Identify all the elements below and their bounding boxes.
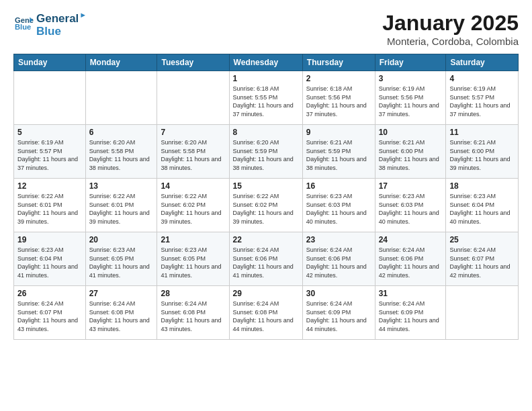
sunset-label: Sunset: 5:56 PM	[379, 94, 424, 101]
sunset-label: Sunset: 5:56 PM	[306, 94, 351, 101]
day-number: 4	[449, 74, 515, 83]
sunrise-label: Sunrise: 6:24 AM	[379, 246, 425, 253]
calendar-week-2: 12 Sunrise: 6:22 AM Sunset: 6:01 PM Dayl…	[14, 179, 519, 232]
sunrise-label: Sunrise: 6:24 AM	[17, 300, 64, 307]
calendar-cell: 5 Sunrise: 6:19 AM Sunset: 5:57 PM Dayli…	[14, 125, 86, 179]
calendar-cell: 25 Sunrise: 6:24 AM Sunset: 6:07 PM Dayl…	[446, 232, 519, 286]
daylight-label: Daylight: 11 hours and 40 minutes.	[306, 210, 367, 225]
calendar-cell: 6 Sunrise: 6:20 AM Sunset: 5:58 PM Dayli…	[85, 125, 157, 179]
calendar-cell	[157, 71, 229, 125]
sunrise-label: Sunrise: 6:20 AM	[233, 139, 279, 146]
day-info: Sunrise: 6:23 AM Sunset: 6:05 PM Dayligh…	[89, 246, 154, 279]
sunrise-label: Sunrise: 6:22 AM	[161, 193, 207, 199]
sunset-label: Sunset: 5:55 PM	[233, 94, 278, 101]
daylight-label: Daylight: 11 hours and 37 minutes.	[306, 102, 367, 118]
sunset-label: Sunset: 6:07 PM	[17, 309, 62, 316]
day-info: Sunrise: 6:24 AM Sunset: 6:08 PM Dayligh…	[89, 300, 154, 333]
logo: General Blue General► Blue	[13, 11, 87, 38]
sunset-label: Sunset: 6:08 PM	[233, 309, 278, 316]
day-number: 8	[233, 128, 299, 137]
sunset-label: Sunset: 6:06 PM	[233, 255, 278, 262]
day-info: Sunrise: 6:21 AM Sunset: 5:59 PM Dayligh…	[306, 138, 371, 172]
day-info: Sunrise: 6:23 AM Sunset: 6:04 PM Dayligh…	[17, 246, 82, 279]
calendar-week-3: 19 Sunrise: 6:23 AM Sunset: 6:04 PM Dayl…	[14, 232, 519, 286]
sunset-label: Sunset: 6:08 PM	[89, 309, 134, 316]
day-number: 1	[233, 74, 299, 83]
day-number: 15	[233, 181, 299, 191]
day-info: Sunrise: 6:19 AM Sunset: 5:57 PM Dayligh…	[17, 138, 82, 172]
daylight-label: Daylight: 11 hours and 39 minutes.	[89, 210, 150, 225]
sunset-label: Sunset: 6:05 PM	[161, 255, 206, 262]
sunset-label: Sunset: 5:58 PM	[161, 148, 206, 154]
sunrise-label: Sunrise: 6:18 AM	[233, 85, 279, 92]
calendar-cell	[85, 71, 157, 125]
day-info: Sunrise: 6:24 AM Sunset: 6:07 PM Dayligh…	[449, 246, 515, 279]
calendar-cell: 18 Sunrise: 6:23 AM Sunset: 6:04 PM Dayl…	[446, 179, 519, 232]
daylight-label: Daylight: 11 hours and 40 minutes.	[379, 210, 439, 225]
sunset-label: Sunset: 6:07 PM	[449, 255, 494, 262]
sunset-label: Sunset: 6:06 PM	[379, 255, 424, 262]
daylight-label: Daylight: 11 hours and 41 minutes.	[89, 263, 150, 279]
daylight-label: Daylight: 11 hours and 37 minutes.	[379, 102, 439, 118]
calendar-cell: 7 Sunrise: 6:20 AM Sunset: 5:58 PM Dayli…	[157, 125, 229, 179]
day-info: Sunrise: 6:20 AM Sunset: 5:59 PM Dayligh…	[233, 138, 299, 172]
day-number: 20	[89, 235, 154, 244]
calendar-table: SundayMondayTuesdayWednesdayThursdayFrid…	[13, 54, 519, 340]
sunrise-label: Sunrise: 6:21 AM	[449, 139, 496, 146]
day-info: Sunrise: 6:23 AM Sunset: 6:05 PM Dayligh…	[161, 246, 225, 279]
day-number: 16	[306, 181, 371, 191]
sunrise-label: Sunrise: 6:24 AM	[233, 246, 279, 253]
sunrise-label: Sunrise: 6:24 AM	[449, 246, 496, 253]
weekday-header-saturday: Saturday	[446, 54, 519, 71]
calendar-cell: 24 Sunrise: 6:24 AM Sunset: 6:06 PM Dayl…	[375, 232, 446, 286]
sunrise-label: Sunrise: 6:20 AM	[161, 139, 207, 146]
sunrise-label: Sunrise: 6:19 AM	[17, 139, 64, 146]
daylight-label: Daylight: 11 hours and 43 minutes.	[17, 317, 78, 332]
day-number: 6	[89, 128, 154, 137]
location-title: Monteria, Cordoba, Colombia	[382, 36, 519, 47]
calendar-cell: 19 Sunrise: 6:23 AM Sunset: 6:04 PM Dayl…	[14, 232, 86, 286]
weekday-header-tuesday: Tuesday	[157, 54, 229, 71]
calendar-cell: 4 Sunrise: 6:19 AM Sunset: 5:57 PM Dayli…	[446, 71, 519, 125]
daylight-label: Daylight: 11 hours and 39 minutes.	[449, 156, 510, 171]
day-info: Sunrise: 6:19 AM Sunset: 5:56 PM Dayligh…	[379, 85, 443, 118]
daylight-label: Daylight: 11 hours and 37 minutes.	[449, 102, 510, 118]
sunset-label: Sunset: 6:00 PM	[449, 148, 494, 154]
day-number: 9	[306, 128, 371, 137]
calendar-cell	[14, 71, 86, 125]
day-number: 29	[233, 289, 299, 298]
weekday-header-row: SundayMondayTuesdayWednesdayThursdayFrid…	[14, 54, 519, 71]
calendar-cell: 31 Sunrise: 6:24 AM Sunset: 6:09 PM Dayl…	[375, 286, 446, 340]
day-info: Sunrise: 6:21 AM Sunset: 6:00 PM Dayligh…	[449, 138, 515, 172]
daylight-label: Daylight: 11 hours and 39 minutes.	[161, 210, 221, 225]
daylight-label: Daylight: 11 hours and 37 minutes.	[17, 156, 78, 171]
day-number: 2	[306, 74, 371, 83]
calendar-cell: 30 Sunrise: 6:24 AM Sunset: 6:09 PM Dayl…	[302, 286, 375, 340]
day-number: 19	[17, 235, 82, 244]
daylight-label: Daylight: 11 hours and 38 minutes.	[233, 156, 294, 171]
day-info: Sunrise: 6:23 AM Sunset: 6:03 PM Dayligh…	[379, 192, 443, 226]
day-number: 21	[161, 235, 225, 244]
calendar-cell: 9 Sunrise: 6:21 AM Sunset: 5:59 PM Dayli…	[302, 125, 375, 179]
day-info: Sunrise: 6:24 AM Sunset: 6:06 PM Dayligh…	[233, 246, 299, 279]
sunrise-label: Sunrise: 6:23 AM	[89, 246, 136, 253]
calendar-week-0: 1 Sunrise: 6:18 AM Sunset: 5:55 PM Dayli…	[14, 71, 519, 125]
calendar-cell: 1 Sunrise: 6:18 AM Sunset: 5:55 PM Dayli…	[229, 71, 302, 125]
sunset-label: Sunset: 6:05 PM	[89, 255, 134, 262]
day-info: Sunrise: 6:24 AM Sunset: 6:07 PM Dayligh…	[17, 300, 82, 333]
day-info: Sunrise: 6:23 AM Sunset: 6:04 PM Dayligh…	[449, 192, 515, 226]
sunrise-label: Sunrise: 6:24 AM	[379, 300, 425, 307]
day-number: 11	[449, 128, 515, 137]
day-number: 30	[306, 289, 371, 298]
calendar-cell: 28 Sunrise: 6:24 AM Sunset: 6:08 PM Dayl…	[157, 286, 229, 340]
day-info: Sunrise: 6:19 AM Sunset: 5:57 PM Dayligh…	[449, 85, 515, 118]
day-number: 17	[379, 181, 443, 191]
daylight-label: Daylight: 11 hours and 41 minutes.	[17, 263, 78, 279]
weekday-header-wednesday: Wednesday	[229, 54, 302, 71]
sunrise-label: Sunrise: 6:19 AM	[449, 85, 496, 92]
daylight-label: Daylight: 11 hours and 44 minutes.	[233, 317, 294, 332]
calendar-cell: 29 Sunrise: 6:24 AM Sunset: 6:08 PM Dayl…	[229, 286, 302, 340]
daylight-label: Daylight: 11 hours and 39 minutes.	[233, 210, 294, 225]
sunrise-label: Sunrise: 6:24 AM	[306, 246, 353, 253]
sunset-label: Sunset: 5:58 PM	[89, 148, 134, 154]
